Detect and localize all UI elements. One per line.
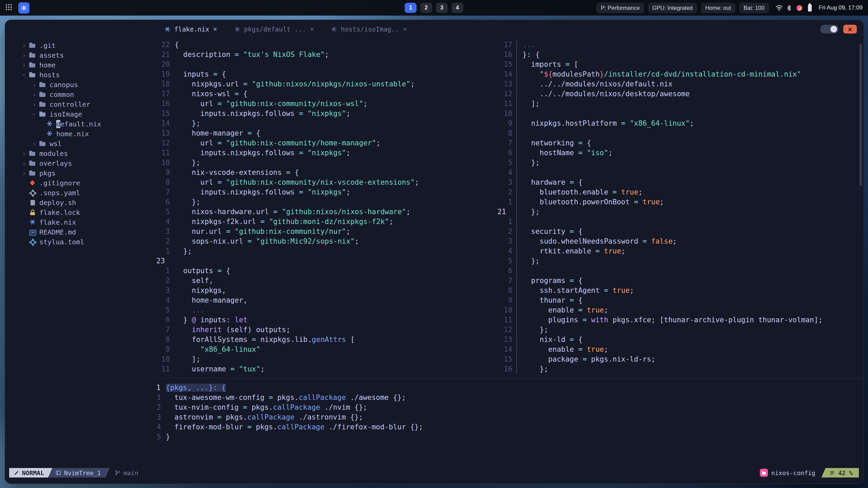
code-line[interactable]: 9 "x86_64-linux" [156,345,495,354]
code-line[interactable]: 11 username = "tux"; [156,364,495,374]
tree-item[interactable]: isoImage [5,109,154,119]
editor-tab[interactable]: flake.nix × [158,20,223,38]
tree-item[interactable]: hosts [5,70,154,80]
code-line[interactable]: 3 nixpkgs, [156,286,495,296]
tree-item[interactable]: default.nix [5,119,154,129]
code-line[interactable]: 9 thunar = { [497,296,863,305]
code-line[interactable]: 8 url = "github:nix-community/nix-vscode… [156,178,495,187]
code-line[interactable]: 6 } @ inputs: let [156,315,495,325]
code-line[interactable]: 11 plugins = with pkgs.xfce; [thunar-arc… [497,315,863,325]
tree-item[interactable]: assets [5,50,154,60]
window-toggle[interactable] [820,25,839,34]
code-line[interactable]: 2 bluetooth.enable = true; [497,187,863,197]
app-grid-icon[interactable] [5,4,12,12]
code-line[interactable]: 19 inputs = { [156,69,495,79]
code-line[interactable]: 11 ]; [497,99,863,109]
code-line[interactable]: 14 enable = true; [497,345,863,354]
code-line[interactable]: 3 nur.url = "github:nix-community/nur"; [156,227,495,237]
code-line[interactable]: 1 }; [156,246,495,256]
code-line[interactable]: 20 [156,60,495,69]
editor-tab[interactable]: pkgs/default ... × [228,20,320,38]
code-line[interactable]: 17 ... [497,40,863,50]
workspace-button[interactable]: 3 [436,3,448,13]
code-line[interactable]: 2 tux-nvim-config = pkgs.callPackage ./n… [156,403,862,412]
tree-item[interactable]: canopus [5,80,154,89]
code-line[interactable]: 6 [497,266,863,276]
tree-item[interactable]: pkgs [5,168,154,178]
tree-item[interactable]: common [5,89,154,99]
code-line[interactable]: 6 }; [156,197,495,207]
code-line[interactable]: 10 ]; [156,354,495,364]
code-line[interactable]: 22 { [156,40,495,50]
code-line[interactable]: 4 [497,168,863,178]
code-line[interactable]: 15 package = pkgs.nix-ld-rs; [497,354,863,364]
code-line[interactable]: 13 home-manager = { [156,128,495,138]
code-line[interactable]: 1 bluetooth.powerOnBoot = true; [497,197,863,207]
code-line[interactable]: 2 sops-nix.url = "github:Mic92/sops-nix"… [156,237,495,246]
code-line[interactable]: 13 nix-ld = { [497,335,863,345]
code-line[interactable]: 14 "${modulesPath}/installer/cd-dvd/inst… [497,69,863,79]
code-line[interactable]: 1 tux-awesome-wm-config = pkgs.callPacka… [156,393,862,403]
tree-item[interactable]: .git [5,40,154,50]
tree-item[interactable]: wsl [5,139,154,148]
code-line[interactable]: 7 networking = { [497,138,863,148]
workspace-button[interactable]: 2 [420,3,432,13]
color-indicator-icon[interactable] [796,5,802,11]
nix-logo-badge[interactable] [18,2,29,14]
tree-item[interactable]: overlays [5,158,154,168]
code-line[interactable]: 4 home-manager, [156,296,495,305]
tree-item[interactable]: controller [5,99,154,109]
code-line[interactable]: 16 }; [497,364,863,374]
code-line[interactable]: 10 enable = true; [497,305,863,315]
code-line[interactable]: 1 outputs = { [156,266,495,276]
tab-close-icon[interactable]: × [213,25,217,33]
code-line[interactable]: 3 hardware = { [497,178,863,187]
code-line[interactable]: 5 }; [497,158,863,168]
code-line[interactable]: 8 forAllSystems = nixpkgs.lib.genAttrs [ [156,335,495,345]
workspace-button[interactable]: 4 [452,3,463,13]
code-line[interactable]: 15 imports = [ [497,60,863,69]
code-line[interactable]: 7 inputs.nixpkgs.follows = "nixpkgs"; [156,187,495,197]
code-line[interactable]: 12 ../../modules/nixos/desktop/awesome [497,89,863,99]
code-line[interactable]: 21 description = "tux's NixOS Flake"; [156,50,495,60]
tree-item[interactable]: modules [5,148,154,158]
code-line[interactable]: 5 ... [156,305,495,315]
bluetooth-icon[interactable] [787,5,791,11]
code-line[interactable]: 10 }; [156,158,495,168]
tree-item[interactable]: deploy.sh [5,198,154,207]
code-line[interactable]: 11 inputs.nixpkgs.follows = "nixpkgs"; [156,148,495,158]
tree-item[interactable]: README.md [5,227,154,237]
tree-item[interactable]: flake.lock [5,207,154,217]
code-line[interactable]: 5 }; [497,256,863,266]
wifi-icon[interactable] [775,5,783,11]
code-line[interactable]: 8 ssh.startAgent = true; [497,286,863,296]
code-line[interactable]: 18 nixpkgs.url = "github:nixos/nixpkgs/n… [156,79,495,89]
tree-item[interactable]: home.nix [5,129,154,139]
code-line[interactable]: 3 sudo.wheelNeedsPassword = false; [497,237,863,246]
scrollbar[interactable] [860,44,862,186]
code-line[interactable]: 4 rtkit.enable = true; [497,246,863,256]
code-line[interactable]: 16 }: { [497,50,863,60]
code-line[interactable]: 8 [497,128,863,138]
code-line[interactable]: 12 url = "github:nix-community/home-mana… [156,138,495,148]
code-line[interactable]: 2 self, [156,276,495,286]
code-line[interactable]: 1 {pkgs, ...}: { [156,383,862,393]
code-line[interactable]: 9 nixpkgs.hostPlatform = "x86_64-linux"; [497,119,863,128]
window-close-button[interactable]: × [843,25,857,34]
code-line[interactable]: 14 }; [156,119,495,128]
tree-item[interactable]: stylua.toml [5,237,154,247]
code-line[interactable]: 2 security = { [497,227,863,237]
tree-item[interactable]: .gitignore [5,178,154,188]
code-line[interactable]: 16 url = "github:nix-community/nixos-wsl… [156,99,495,109]
code-line[interactable]: 9 nix-vscode-extensions = { [156,168,495,178]
tree-item[interactable]: flake.nix [5,217,154,227]
code-line[interactable]: 5 nixos-hardware.url = "github:nixos/nix… [156,207,495,217]
editor-tab[interactable]: hosts/isoImag.. × [325,20,413,38]
code-line[interactable]: 12 }; [497,325,863,335]
code-line[interactable]: 6 hostName = "iso"; [497,148,863,158]
tab-close-icon[interactable]: × [310,25,314,33]
code-line[interactable]: 17 nixos-wsl = { [156,89,495,99]
code-line[interactable]: 1 [497,217,863,227]
code-line[interactable]: 7 inherit (self) outputs; [156,325,495,335]
code-line[interactable]: 23 [156,256,495,266]
